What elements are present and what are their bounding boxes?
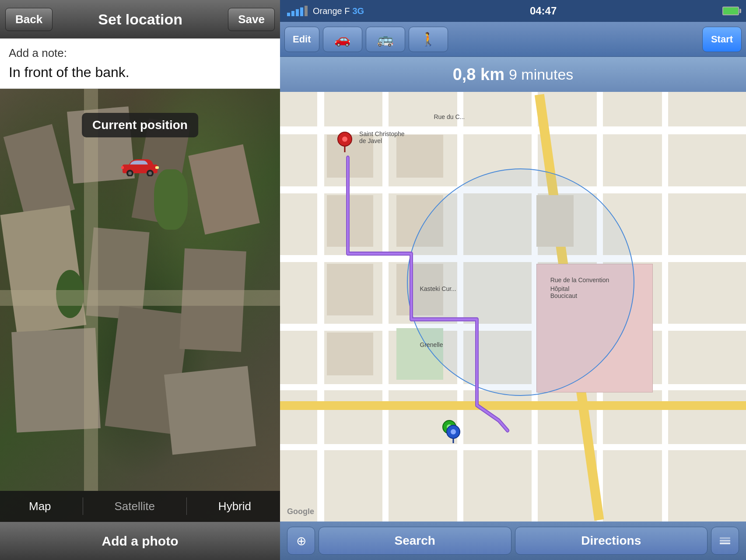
street-map-area[interactable]: Saint Christophede Javel Kasteki Cur... … <box>280 92 746 522</box>
back-button[interactable]: Back <box>5 8 53 31</box>
map-type-hybrid[interactable]: Hybrid <box>210 496 260 517</box>
location-icon: ⊕ <box>296 534 306 548</box>
time-display: 04:47 <box>530 5 557 17</box>
nav-toolbar: Edit 🚗 🚌 🚶 Start <box>280 22 746 57</box>
signal-area: Orange F 3G <box>287 6 364 16</box>
map-label-saint-christophe: Saint Christophede Javel <box>359 130 405 144</box>
walk-transport-button[interactable]: 🚶 <box>409 27 448 52</box>
destination-pin <box>337 131 353 154</box>
signal-bar-3 <box>296 9 299 16</box>
signal-bar-5 <box>305 6 308 16</box>
map-label-kasteki: Kasteki Cur... <box>420 285 456 292</box>
battery-icon <box>722 7 739 15</box>
map-type-map[interactable]: Map <box>20 496 60 517</box>
save-button[interactable]: Save <box>228 8 275 31</box>
car-icon <box>120 157 160 176</box>
carrier-label: Orange F <box>313 6 350 16</box>
map-label-hopital: HôpitalBoucicaut <box>550 285 577 299</box>
map-type-bar: Map Satellite Hybrid <box>0 491 280 522</box>
map-label-rue-du: Rue du C... <box>434 113 465 120</box>
bottom-bar-left: Add a photo <box>0 522 280 560</box>
note-text[interactable]: In front of the bank. <box>9 64 271 80</box>
map-label-convention: Rue de la Convention <box>550 276 609 284</box>
note-label: Add a note: <box>9 46 271 60</box>
note-section: Add a note: In front of the bank. <box>0 38 280 89</box>
left-panel: Back Set location Save Add a note: In fr… <box>0 0 280 560</box>
search-label: Search <box>395 534 435 548</box>
search-button[interactable]: Search <box>319 527 511 555</box>
satellite-map-container[interactable]: Current position M <box>0 89 280 522</box>
map-type-satellite[interactable]: Satellite <box>105 496 164 517</box>
distance-km: 0,8 km <box>453 65 504 84</box>
distance-time: 9 minutes <box>509 66 573 83</box>
location-button[interactable]: ⊕ <box>287 527 315 555</box>
add-photo-button[interactable]: Add a photo <box>102 534 179 549</box>
signal-bar-4 <box>300 7 303 16</box>
svg-point-4 <box>148 172 152 175</box>
right-panel: Orange F 3G 04:47 Edit 🚗 🚌 🚶 Start 0,8 k… <box>280 0 746 560</box>
bottom-bar-right: ⊕ Search Directions <box>280 522 746 560</box>
svg-point-12 <box>451 429 456 434</box>
svg-rect-6 <box>121 166 124 169</box>
nav-bar: Back Set location Save <box>0 0 280 38</box>
signal-bars <box>287 6 308 16</box>
svg-rect-15 <box>720 537 730 539</box>
svg-point-2 <box>128 172 132 175</box>
signal-bar-2 <box>291 11 294 16</box>
network-label: 3G <box>352 6 364 16</box>
walk-transport-icon: 🚶 <box>420 32 436 47</box>
current-position-label: Current position <box>82 113 198 137</box>
signal-bar-1 <box>287 13 290 16</box>
directions-label: Directions <box>581 534 641 548</box>
car-transport-icon: 🚗 <box>334 32 350 47</box>
directions-button[interactable]: Directions <box>515 527 708 555</box>
blue-location-dot <box>445 424 461 445</box>
svg-point-8 <box>342 136 347 142</box>
google-logo: Google <box>287 507 314 516</box>
bus-transport-icon: 🚌 <box>377 32 393 47</box>
svg-rect-14 <box>720 540 730 542</box>
page-title: Set location <box>98 11 182 28</box>
svg-rect-5 <box>155 166 159 169</box>
distance-bar: 0,8 km 9 minutes <box>280 57 746 92</box>
svg-rect-13 <box>720 542 730 544</box>
car-transport-button[interactable]: 🚗 <box>323 27 362 52</box>
start-button[interactable]: Start <box>702 27 742 52</box>
edit-button[interactable]: Edit <box>284 27 319 52</box>
layers-button[interactable] <box>711 527 739 555</box>
status-bar: Orange F 3G 04:47 <box>280 0 746 22</box>
layers-icon <box>718 534 732 548</box>
map-label-grenelle: Grenelle <box>420 341 443 348</box>
bus-transport-button[interactable]: 🚌 <box>366 27 405 52</box>
